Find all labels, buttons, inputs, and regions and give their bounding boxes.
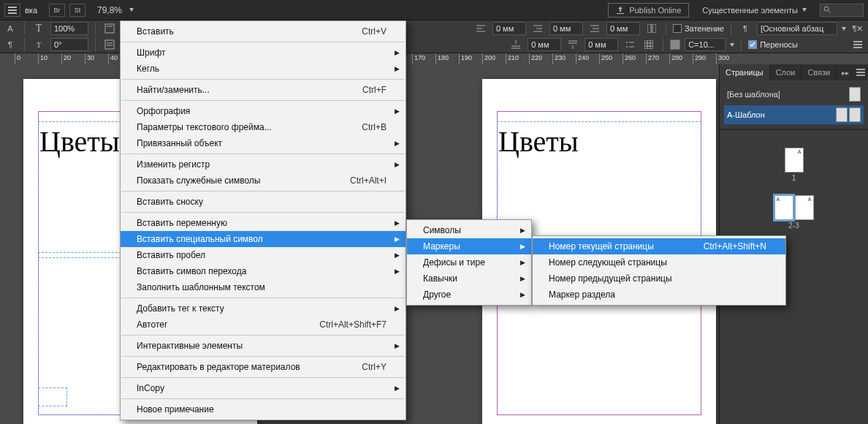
page-spread[interactable]: A (785, 148, 804, 173)
ruler-tick: 190 (459, 53, 472, 65)
app-menu-icon[interactable] (4, 4, 20, 17)
spread-page-numbers: 1 (785, 174, 804, 182)
paragraph-panel-icon[interactable]: ¶ (3, 38, 18, 51)
rotate-icon[interactable]: T (31, 38, 46, 51)
chevron-down-icon[interactable] (842, 27, 846, 31)
svg-rect-17 (652, 24, 656, 33)
menu-item[interactable]: Вставить специальный символ▶ (121, 231, 406, 247)
indent-icon[interactable] (587, 22, 602, 35)
menu-item[interactable]: Кегль▶ (121, 61, 406, 77)
tab-layers[interactable]: Слои (770, 64, 802, 80)
chevron-down-icon[interactable] (129, 8, 134, 12)
chevron-down-icon[interactable] (730, 43, 734, 47)
type-tool-icon[interactable]: T (31, 22, 46, 35)
menu-item-label: Другое (423, 289, 451, 300)
shade-swatch[interactable] (670, 39, 680, 50)
svg-rect-1 (8, 10, 17, 11)
text-frame-options-icon[interactable] (102, 38, 117, 51)
menu-item[interactable]: Вставить переменную▶ (121, 215, 406, 231)
svg-rect-31 (644, 40, 653, 49)
menu-item-label: Параметры текстового фрейма... (137, 122, 272, 132)
shade-color-dropdown[interactable]: C=10... (685, 38, 726, 51)
paragraph-style-icon[interactable]: ¶ (738, 22, 753, 35)
submenu-arrow-icon: ▶ (520, 291, 525, 298)
shading-label: Затенение (685, 24, 724, 33)
clear-override-icon[interactable]: ¶✕ (850, 22, 865, 35)
space-before-field[interactable]: 0 мм (528, 38, 561, 51)
grid-icon[interactable] (642, 38, 656, 51)
menu-item[interactable]: Вставить символ перехода▶ (121, 263, 406, 279)
menu-item[interactable]: ВставитьCtrl+V (121, 23, 406, 39)
space-before-icon[interactable] (509, 38, 523, 51)
master-page-row[interactable]: [Без шаблона] (724, 85, 864, 104)
inset-field-3[interactable]: 0 мм (606, 22, 640, 35)
menu-item[interactable]: Изменить регистр▶ (121, 156, 406, 173)
zoom-level[interactable]: 79,8% (97, 5, 122, 15)
vertical-alignment-icon[interactable] (102, 22, 117, 35)
hyphenate-checkbox[interactable]: Переносы (748, 40, 798, 49)
menu-item[interactable]: InCopy▶ (121, 380, 406, 396)
menu-item[interactable]: Кавычки▶ (407, 270, 531, 287)
search-input[interactable] (820, 4, 864, 17)
angle-field[interactable]: 0° (50, 38, 88, 51)
collapse-panel-icon[interactable]: ▸▸ (837, 69, 853, 77)
submenu-special-character: Символы▶Маркеры▶Дефисы и тире▶Кавычки▶Др… (406, 219, 532, 306)
bridge-icon[interactable]: Br (49, 4, 65, 17)
ruler-tick: 280 (669, 53, 682, 65)
space-after-field[interactable]: 0 мм (585, 38, 618, 51)
page-spread[interactable]: AA (774, 195, 814, 220)
shading-checkbox[interactable]: Затенение (673, 24, 724, 33)
menu-separator (121, 335, 405, 336)
menu-item[interactable]: Другое▶ (407, 287, 531, 303)
workspace-dropdown[interactable]: Существенные элементы (696, 6, 812, 15)
tab-links[interactable]: Связи (802, 64, 837, 80)
menu-item[interactable]: Номер предыдущей страницы (533, 270, 785, 287)
character-panel-icon[interactable]: A (3, 22, 18, 35)
menu-item[interactable]: Дефисы и тире▶ (407, 254, 531, 270)
paragraph-style-dropdown[interactable]: [Основной абзац (757, 22, 837, 35)
menu-item[interactable]: Шрифт▶ (121, 45, 406, 61)
menu-item[interactable]: Номер текущей страницыCtrl+Alt+Shift+N (533, 238, 785, 254)
master-page-row[interactable]: A-Шаблон (724, 105, 864, 124)
app-topbar: вка Br St 79,8% Publish Online Существен… (0, 0, 868, 20)
menu-item-label: Вставить переменную (137, 218, 227, 228)
bullets-icon[interactable] (623, 38, 637, 51)
inset-field-1[interactable]: 0 мм (492, 22, 526, 35)
menu-item[interactable]: АвтотегCtrl+Alt+Shift+F7 (121, 317, 406, 333)
menu-item[interactable]: Новое примечание (121, 401, 406, 417)
panel-menu-icon[interactable] (853, 66, 868, 79)
menu-item[interactable]: Вставить сноску (121, 194, 406, 210)
menu-item[interactable]: Найти/заменить...Ctrl+F (121, 82, 406, 98)
menu-item[interactable]: Символы▶ (407, 222, 531, 238)
inset-field-2[interactable]: 0 мм (549, 22, 583, 35)
menu-item[interactable]: Орфография▶ (121, 103, 406, 119)
publish-online-button[interactable]: Publish Online (608, 3, 689, 18)
menu-item[interactable]: Вставить пробел▶ (121, 247, 406, 263)
master-thumb (849, 87, 861, 102)
menu-item-label: Кавычки (423, 273, 457, 284)
context-menu-main: ВставитьCtrl+VШрифт▶Кегль▶Найти/заменить… (120, 20, 406, 420)
panel-menu-icon[interactable] (850, 38, 865, 51)
menu-item[interactable]: Параметры текстового фрейма...Ctrl+B (121, 119, 406, 135)
menu-item[interactable]: Маркеры▶ (407, 238, 531, 254)
svg-rect-41 (856, 75, 865, 76)
align-left-icon[interactable] (473, 22, 488, 35)
page-thumbnail[interactable]: A (795, 195, 814, 220)
menu-item[interactable]: Добавить тег к тексту▶ (121, 300, 406, 317)
menu-item[interactable]: Редактировать в редакторе материаловCtrl… (121, 359, 406, 375)
columns-icon[interactable] (644, 22, 659, 35)
stock-icon[interactable]: St (69, 4, 85, 17)
page-thumbnail[interactable]: A (785, 148, 804, 173)
scale-field[interactable]: 100% (50, 22, 88, 35)
space-after-icon[interactable] (566, 38, 580, 51)
align-right-icon[interactable] (530, 22, 545, 35)
menu-item[interactable]: Показать служебные символыCtrl+Alt+I (121, 173, 406, 189)
menu-item[interactable]: Заполнить шаблонным текстом (121, 279, 406, 295)
menu-item[interactable]: Привязанный объект▶ (121, 135, 406, 151)
menu-item-label: Заполнить шаблонным текстом (137, 282, 265, 292)
tab-pages[interactable]: Страницы (720, 64, 770, 80)
page-thumbnail[interactable]: A (774, 195, 793, 220)
menu-item[interactable]: Интерактивные элементы▶ (121, 338, 406, 354)
menu-item[interactable]: Маркер раздела (533, 287, 785, 303)
menu-item[interactable]: Номер следующей страницы (533, 254, 785, 270)
